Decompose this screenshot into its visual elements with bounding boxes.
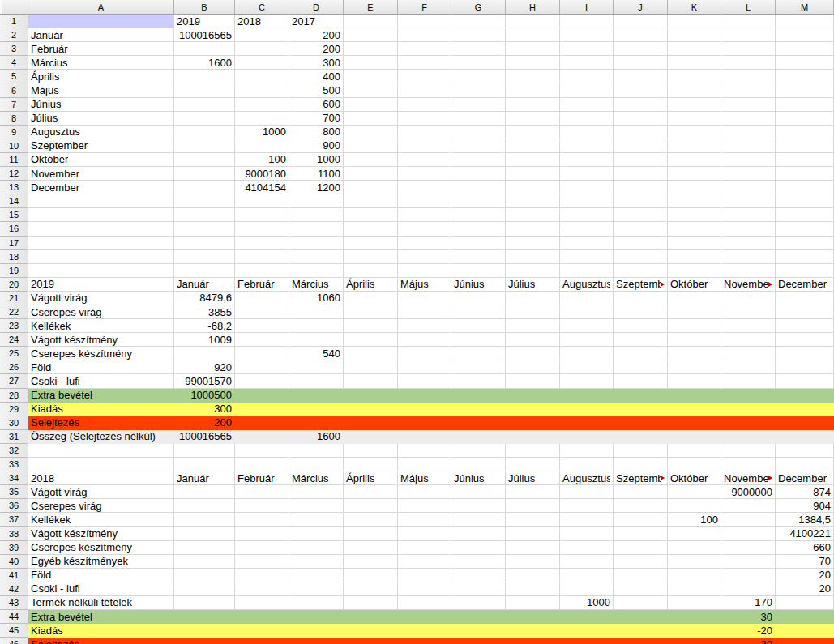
cell-G27[interactable] [451, 374, 506, 388]
cell-L1[interactable] [721, 15, 776, 28]
cell-D33[interactable] [289, 458, 344, 471]
cell-A41[interactable]: Föld [28, 569, 174, 582]
cell-D36[interactable] [289, 499, 344, 513]
row-header-35[interactable]: 35 [0, 485, 28, 499]
cell-J31[interactable] [614, 430, 668, 444]
cell-B14[interactable] [174, 194, 235, 208]
cell-H45[interactable] [506, 624, 560, 638]
cell-C46[interactable] [235, 638, 289, 644]
cell-F11[interactable] [398, 153, 451, 167]
cell-L29[interactable] [721, 403, 776, 416]
row-header-26[interactable]: 26 [0, 360, 28, 374]
column-header-E[interactable]: E [344, 0, 398, 15]
cell-E11[interactable] [344, 153, 398, 167]
cell-H40[interactable] [506, 555, 560, 569]
cell-E5[interactable] [344, 70, 398, 83]
cell-D38[interactable] [289, 527, 344, 540]
cell-F14[interactable] [398, 194, 451, 208]
cell-D12[interactable]: 1100 [289, 167, 344, 181]
cell-H34[interactable]: Július [506, 471, 560, 485]
cell-B18[interactable] [174, 250, 235, 264]
cell-K35[interactable] [668, 485, 721, 499]
cell-I16[interactable] [560, 222, 614, 236]
cell-G32[interactable] [451, 444, 506, 458]
cell-C4[interactable] [235, 56, 289, 70]
cell-I12[interactable] [560, 167, 614, 181]
cell-A24[interactable]: Vágott készítmény [28, 333, 174, 347]
cell-I4[interactable] [560, 56, 614, 70]
cell-E16[interactable] [344, 222, 398, 236]
cell-K46[interactable] [668, 638, 721, 644]
cell-H26[interactable] [506, 360, 560, 374]
cell-L32[interactable] [721, 444, 776, 458]
cell-J36[interactable] [614, 499, 668, 513]
cell-H3[interactable] [506, 42, 560, 56]
cell-D8[interactable]: 700 [289, 112, 344, 126]
column-header-D[interactable]: D [289, 0, 344, 15]
cell-J27[interactable] [614, 374, 668, 388]
cell-C16[interactable] [235, 222, 289, 236]
cell-I36[interactable] [560, 499, 614, 513]
cell-M43[interactable] [776, 596, 834, 610]
row-header-19[interactable]: 19 [0, 264, 28, 278]
cell-B36[interactable] [174, 499, 235, 513]
cell-D44[interactable] [289, 610, 344, 624]
row-header-20[interactable]: 20 [0, 278, 28, 292]
cell-G28[interactable] [451, 389, 506, 403]
cell-E38[interactable] [344, 527, 398, 540]
cell-E20[interactable]: Április [344, 278, 398, 292]
cell-L2[interactable] [721, 28, 776, 42]
cell-L6[interactable] [721, 83, 776, 97]
cell-B31[interactable]: 100016565 [174, 430, 235, 444]
cell-M32[interactable] [776, 444, 834, 458]
cell-M8[interactable] [776, 112, 834, 126]
cell-B9[interactable] [174, 126, 235, 139]
cell-G6[interactable] [451, 83, 506, 97]
cell-G33[interactable] [451, 458, 506, 471]
cell-H38[interactable] [506, 527, 560, 540]
cell-K1[interactable] [668, 15, 721, 28]
cell-I29[interactable] [560, 403, 614, 416]
cell-A45[interactable]: Kiadás [28, 624, 174, 638]
cell-D42[interactable] [289, 582, 344, 596]
cell-J26[interactable] [614, 360, 668, 374]
cell-A16[interactable] [28, 222, 174, 236]
cell-F19[interactable] [398, 264, 451, 278]
row-header-23[interactable]: 23 [0, 319, 28, 333]
cell-E36[interactable] [344, 499, 398, 513]
cell-D6[interactable]: 500 [289, 83, 344, 97]
cell-C41[interactable] [235, 569, 289, 582]
row-header-27[interactable]: 27 [0, 374, 28, 388]
cell-J14[interactable] [614, 194, 668, 208]
cell-L40[interactable] [721, 555, 776, 569]
cell-F36[interactable] [398, 499, 451, 513]
cell-H17[interactable] [506, 237, 560, 250]
cell-F9[interactable] [398, 126, 451, 139]
cell-I23[interactable] [560, 319, 614, 333]
cell-M18[interactable] [776, 250, 834, 264]
row-header-38[interactable]: 38 [0, 527, 28, 540]
cell-E8[interactable] [344, 112, 398, 126]
cell-J22[interactable] [614, 305, 668, 319]
cell-L25[interactable] [721, 347, 776, 360]
cell-M6[interactable] [776, 83, 834, 97]
cell-B6[interactable] [174, 83, 235, 97]
cell-G4[interactable] [451, 56, 506, 70]
cell-G31[interactable] [451, 430, 506, 444]
cell-M17[interactable] [776, 237, 834, 250]
cell-C23[interactable] [235, 319, 289, 333]
cell-D32[interactable] [289, 444, 344, 458]
cell-J23[interactable] [614, 319, 668, 333]
cell-H20[interactable]: Július [506, 278, 560, 292]
cell-D2[interactable]: 200 [289, 28, 344, 42]
cell-L26[interactable] [721, 360, 776, 374]
cell-L34[interactable]: Novembe [721, 471, 776, 485]
cell-K10[interactable] [668, 139, 721, 153]
column-header-L[interactable]: L [721, 0, 776, 15]
cell-E42[interactable] [344, 582, 398, 596]
cell-A9[interactable]: Augusztus [28, 126, 174, 139]
cell-B15[interactable] [174, 208, 235, 222]
cell-B21[interactable]: 8479,6 [174, 292, 235, 305]
cell-I18[interactable] [560, 250, 614, 264]
cell-F3[interactable] [398, 42, 451, 56]
